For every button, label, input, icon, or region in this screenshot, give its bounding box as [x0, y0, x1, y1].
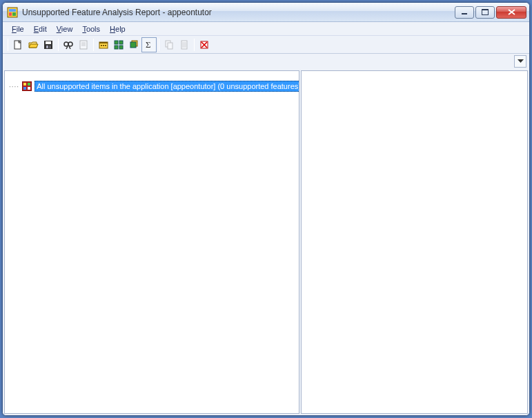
tree-root-label[interactable]: All unsupported items in the application… — [35, 81, 299, 92]
tree: ···· All unsupported items in the applic… — [5, 71, 299, 96]
svg-rect-6 — [482, 9, 489, 10]
menu-help[interactable]: Help — [105, 23, 130, 34]
menu-file[interactable]: File — [7, 23, 29, 34]
toolbar-separator — [194, 39, 195, 51]
tree-pane[interactable]: ···· All unsupported items in the applic… — [4, 70, 299, 414]
window-buttons — [455, 6, 526, 19]
new-icon[interactable] — [10, 37, 26, 52]
svg-rect-21 — [103, 45, 104, 46]
minimize-button[interactable] — [455, 6, 474, 19]
grid-icon[interactable] — [111, 37, 126, 52]
tree-connector: ···· — [9, 83, 19, 90]
svg-rect-19 — [99, 42, 108, 43]
grid-stack-icon[interactable] — [126, 37, 141, 52]
svg-rect-20 — [101, 45, 102, 46]
svg-rect-24 — [119, 41, 123, 44]
sigma-icon[interactable]: Σ — [141, 37, 157, 52]
svg-rect-42 — [28, 87, 30, 90]
dropdown-bar — [4, 55, 528, 69]
svg-rect-1 — [9, 9, 16, 12]
svg-rect-11 — [48, 46, 50, 48]
chevron-down-icon[interactable] — [514, 55, 526, 68]
app-window: Unsupported Feature Analysis Report - ap… — [2, 2, 530, 416]
svg-rect-2 — [9, 12, 12, 16]
maximize-button[interactable] — [475, 6, 495, 19]
svg-text:Σ: Σ — [146, 39, 151, 50]
app-icon-button[interactable] — [96, 37, 111, 52]
copy-icon[interactable] — [161, 37, 177, 52]
svg-point-12 — [64, 42, 68, 46]
close-button[interactable] — [496, 6, 526, 19]
toolbar-separator — [8, 39, 8, 51]
client-area: ···· All unsupported items in the applic… — [3, 54, 529, 415]
toolbar-separator — [159, 39, 159, 51]
menu-edit[interactable]: Edit — [29, 23, 52, 34]
svg-rect-41 — [23, 87, 26, 90]
delete-icon[interactable] — [197, 37, 212, 52]
detail-pane[interactable] — [301, 70, 528, 414]
report-icon — [22, 81, 32, 91]
svg-rect-25 — [115, 46, 118, 49]
window-title: Unsupported Feature Analysis Report - ap… — [21, 8, 455, 17]
svg-rect-40 — [28, 83, 30, 86]
dropdown-field[interactable] — [4, 55, 514, 69]
save-icon[interactable] — [41, 37, 56, 52]
svg-rect-26 — [119, 46, 123, 49]
toolbar: Σ — [3, 36, 529, 54]
split-panes: ···· All unsupported items in the applic… — [4, 70, 528, 414]
svg-rect-23 — [115, 41, 118, 44]
find-icon[interactable] — [61, 37, 76, 52]
svg-point-13 — [68, 42, 72, 46]
doc-icon[interactable] — [177, 37, 192, 52]
svg-rect-14 — [80, 41, 87, 49]
toolbar-separator — [58, 39, 59, 51]
svg-rect-39 — [23, 83, 26, 86]
page-icon[interactable] — [76, 37, 91, 52]
titlebar: Unsupported Feature Analysis Report - ap… — [3, 3, 529, 22]
svg-rect-9 — [46, 41, 51, 44]
svg-rect-28 — [130, 42, 136, 48]
menu-view[interactable]: View — [52, 23, 78, 34]
app-icon — [7, 7, 18, 18]
toolbar-separator — [93, 39, 94, 51]
svg-rect-3 — [12, 12, 16, 16]
svg-rect-31 — [168, 43, 173, 49]
menubar: File Edit View Tools Help — [3, 22, 529, 36]
svg-rect-4 — [462, 13, 467, 14]
menu-tools[interactable]: Tools — [77, 23, 105, 34]
svg-rect-22 — [105, 45, 106, 46]
tree-root-node[interactable]: ···· All unsupported items in the applic… — [9, 81, 295, 92]
open-icon[interactable] — [26, 37, 41, 52]
svg-rect-32 — [181, 41, 187, 49]
